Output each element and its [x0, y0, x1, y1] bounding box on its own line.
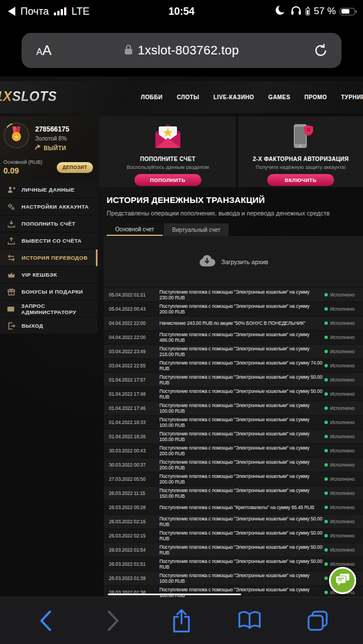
sidebar-menu-item[interactable]: ЗАПРОС АДМИНИСТРАТОРУ: [0, 300, 98, 317]
medal-icon: [9, 126, 24, 145]
sidebar-menu-item[interactable]: ЛИЧНЫЕ ДАННЫЕ: [0, 181, 98, 198]
status-label: Исполнено: [330, 519, 354, 524]
bookmarks-button[interactable]: [233, 604, 267, 638]
battery-icon: [340, 8, 355, 15]
status-dot-icon: [324, 364, 328, 367]
table-row: 05.04.2022 01:21 Поступление платежа с п…: [104, 287, 363, 302]
transaction-status: Исполнено: [324, 306, 363, 312]
tabs-button[interactable]: [301, 604, 335, 638]
transaction-date: 26.03.2022 02:16: [104, 519, 159, 524]
sidebar-menu-item[interactable]: ВЫВЕСТИ СО СЧЁТА: [0, 232, 98, 249]
menu-item-label: ВЫВЕСТИ СО СЧЁТА: [22, 238, 82, 244]
site-logo[interactable]: 1XSLOTS: [0, 89, 57, 104]
transaction-status: Исполнено: [324, 561, 363, 567]
share-button[interactable]: [164, 604, 199, 638]
transaction-status: Исполнено: [324, 462, 363, 468]
transaction-status: Исполнено: [324, 377, 363, 383]
nav-item[interactable]: ПРОМО: [305, 94, 327, 100]
transaction-description: Поступление платежа с помощью "Электронн…: [159, 573, 324, 584]
table-row: 03.04.2022 22:55 Поступление платежа с п…: [104, 358, 363, 372]
status-label: Исполнено: [330, 505, 354, 510]
transaction-description: Поступление платежа с помощью "Электронн…: [159, 530, 324, 541]
url-domain: 1xslot-803762.top: [138, 43, 239, 58]
promo-subtitle: Получите надёжную защиту аккаунта!: [256, 164, 346, 170]
status-dot-icon: [324, 392, 328, 396]
reader-options-button[interactable]: AA: [22, 43, 73, 58]
transaction-description: Поступление платежа с помощью "Электронн…: [159, 558, 324, 570]
status-label: Исполнено: [330, 420, 354, 425]
sidebar-menu-item[interactable]: БОНУСЫ И ПОДАРКИ: [0, 283, 98, 300]
reload-button[interactable]: [290, 43, 341, 58]
table-row: 01.04.2022 16:26 Поступление платежа с п…: [104, 429, 363, 443]
top-up-button[interactable]: ПОПОЛНИТЬ: [134, 174, 201, 186]
sidebar-menu-item[interactable]: НАСТРОЙКИ АККАУНТА: [0, 198, 98, 215]
transaction-status: Исполнено: [324, 448, 363, 454]
menu-item-label: ИСТОРИЯ ПЕРЕВОДОВ: [22, 255, 88, 261]
nav-item[interactable]: СЛОТЫ: [177, 94, 200, 100]
account-tab[interactable]: Основной счет: [107, 223, 163, 236]
table-row: 03.04.2022 23:49 Поступление платежа с п…: [104, 344, 363, 358]
download-archive-label: Загрузить архив: [221, 259, 268, 265]
table-row: 01.04.2022 17:57 Поступление платежа с п…: [104, 372, 363, 387]
transaction-description: Поступление платежа с помощью "Электронн…: [159, 402, 324, 414]
crown-icon: [7, 270, 15, 279]
transaction-description: Поступление платежа с помощью "Электронн…: [159, 445, 324, 456]
transaction-date: 04.04.2022 22:00: [104, 334, 159, 340]
back-button[interactable]: [28, 604, 62, 638]
avatar: [3, 122, 29, 149]
status-dot-icon: [324, 577, 328, 580]
status-dot-icon: [324, 406, 328, 410]
menu-item-label: ЗАПРОС АДМИНИСТРАТОРУ: [21, 303, 98, 315]
menu-item-label: ВЫХОД: [22, 323, 43, 329]
logout-link[interactable]: ВЫЙТИ: [35, 145, 94, 151]
sidebar-menu-item[interactable]: ИСТОРИЯ ПЕРЕВОДОВ: [0, 249, 98, 266]
sidebar-menu-item[interactable]: ПОПОЛНИТЬ СЧЁТ: [0, 215, 98, 232]
transaction-date: 27.03.2022 05:50: [104, 476, 159, 482]
nav-item[interactable]: ТУРНИРЫ: [341, 94, 363, 100]
status-dot-icon: [324, 449, 328, 452]
enable-2fa-button[interactable]: ВКЛЮЧИТЬ: [267, 174, 334, 186]
headphones-battery-icon: [306, 8, 310, 15]
horizontal-scroll-indicator[interactable]: [108, 594, 241, 595]
status-label: Исполнено: [330, 448, 354, 454]
forward-button[interactable]: [96, 604, 130, 638]
user-id: 278566175: [35, 122, 94, 133]
status-label: Исполнено: [330, 349, 354, 354]
envelope-icon: [7, 304, 15, 313]
back-to-app-label[interactable]: Почта: [20, 6, 49, 18]
sidebar-menu-item[interactable]: ВЫХОД: [0, 317, 98, 334]
transaction-date: 30.03.2022 00:43: [104, 448, 159, 454]
account-tab[interactable]: Виртуальный счет: [164, 223, 229, 236]
table-row: 05.04.2022 00:43 Поступление платежа с п…: [104, 302, 363, 316]
status-label: Исполнено: [330, 561, 354, 567]
envelope-star-icon: [153, 123, 183, 151]
sidebar-menu-item[interactable]: VIP КЕШБЭК: [0, 266, 98, 283]
gift-icon: [7, 287, 15, 296]
nav-item[interactable]: GAMES: [268, 94, 290, 100]
download-archive-link[interactable]: Загрузить архив: [104, 236, 363, 287]
logout-icon: [35, 145, 41, 151]
menu-item-label: VIP КЕШБЭК: [22, 272, 57, 278]
transaction-description: Начисление 243.00 RUB по акции "50% БОНУ…: [159, 320, 324, 326]
headphones-icon: [290, 5, 302, 18]
deposit-button[interactable]: ДЕПОЗИТ: [57, 162, 93, 173]
nav-item[interactable]: LIVE-КАЗИНО: [213, 94, 254, 100]
transaction-date: 01.04.2022 17:57: [104, 377, 159, 383]
page-title: ИСТОРИЯ ДЕНЕЖНЫХ ТРАНЗАКЦИЙ: [107, 195, 363, 205]
status-label: Исполнено: [330, 462, 354, 468]
back-to-app-icon[interactable]: [8, 7, 15, 16]
gears-icon: [7, 202, 15, 211]
person-plus-icon: [7, 185, 15, 194]
cloud-download-icon: [199, 255, 216, 269]
status-dot-icon: [324, 435, 328, 438]
account-sidebar: 278566175 Золотой 8% ВЫЙТИ Основной (RUB…: [0, 116, 98, 597]
transaction-status: Исполнено: [324, 405, 363, 411]
nav-item[interactable]: ЛОББИ: [141, 94, 162, 100]
exit-icon: [7, 321, 15, 330]
address-field[interactable]: AA 1xslot-803762.top: [22, 33, 341, 68]
chat-widget-button[interactable]: [329, 567, 356, 594]
transaction-description: Поступление платежа с помощью "Электронн…: [159, 346, 324, 357]
status-label: Исполнено: [330, 306, 354, 312]
menu-item-label: НАСТРОЙКИ АККАУНТА: [22, 204, 89, 210]
status-label: Исполнено: [330, 547, 354, 553]
